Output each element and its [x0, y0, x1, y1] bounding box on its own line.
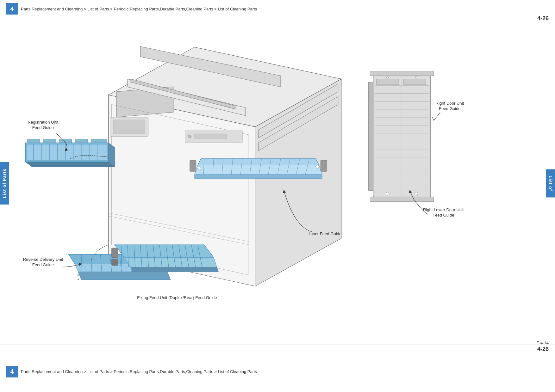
svg-rect-15 — [75, 139, 88, 143]
svg-rect-14 — [59, 139, 72, 143]
svg-rect-16 — [91, 139, 107, 143]
diagram-area: Registration Unit Feed Guide Right Door … — [6, 21, 549, 341]
svg-text:Feed Guide: Feed Guide — [32, 125, 54, 130]
footer-chapter-badge: 4 — [6, 366, 18, 377]
svg-rect-96 — [377, 79, 399, 85]
right-door-unit-diagram — [368, 71, 434, 202]
label-right-door: Right Door Unit — [436, 101, 464, 106]
svg-point-111 — [188, 135, 191, 138]
svg-rect-94 — [370, 197, 434, 202]
svg-rect-95 — [368, 82, 373, 191]
svg-point-75 — [198, 167, 201, 170]
page-footer: 4 Parts Replacement and Clearning > List… — [0, 345, 555, 392]
svg-text:Feed Guide: Feed Guide — [439, 106, 460, 111]
svg-rect-107 — [113, 120, 145, 134]
svg-rect-73 — [190, 160, 196, 171]
svg-rect-13 — [43, 139, 56, 143]
svg-text:Feed Guide: Feed Guide — [433, 213, 454, 217]
svg-rect-60 — [112, 259, 118, 266]
svg-rect-12 — [27, 139, 40, 143]
chapter-badge: 4 — [6, 3, 18, 15]
svg-point-36 — [78, 279, 79, 280]
breadcrumb: Parts Replacement and Clearning > List o… — [21, 7, 257, 11]
label-registration: Registration Unit — [28, 120, 59, 125]
label-right-lower-door: Right Lower Door Unit — [423, 207, 464, 212]
label-inner-feed: Inner Feed Guide — [309, 231, 341, 236]
svg-rect-112 — [195, 134, 227, 139]
svg-point-99 — [415, 192, 418, 195]
footer-breadcrumb: Parts Replacement and Clearning > List o… — [21, 369, 257, 374]
inner-feed-diagram — [190, 159, 327, 179]
svg-point-76 — [316, 165, 319, 168]
label-fixing-feed: Fixing Feed Unit (Duplex/Rear) Feed Guid… — [137, 295, 217, 300]
svg-rect-93 — [370, 71, 434, 76]
svg-rect-74 — [321, 160, 327, 171]
svg-point-98 — [386, 192, 389, 195]
svg-rect-59 — [112, 248, 118, 257]
svg-point-25 — [78, 274, 79, 276]
svg-rect-97 — [403, 79, 426, 85]
svg-point-100 — [387, 77, 389, 78]
svg-point-101 — [415, 77, 417, 78]
label-reverse-delivery: Reverse Delivery Unit — [23, 257, 63, 262]
svg-text:Feed Guide: Feed Guide — [32, 262, 54, 267]
registration-unit-diagram — [25, 139, 115, 167]
page-number-bottom: 4-26 — [537, 346, 549, 352]
page-header: 4 Parts Replacement and Clearning > List… — [0, 3, 555, 15]
